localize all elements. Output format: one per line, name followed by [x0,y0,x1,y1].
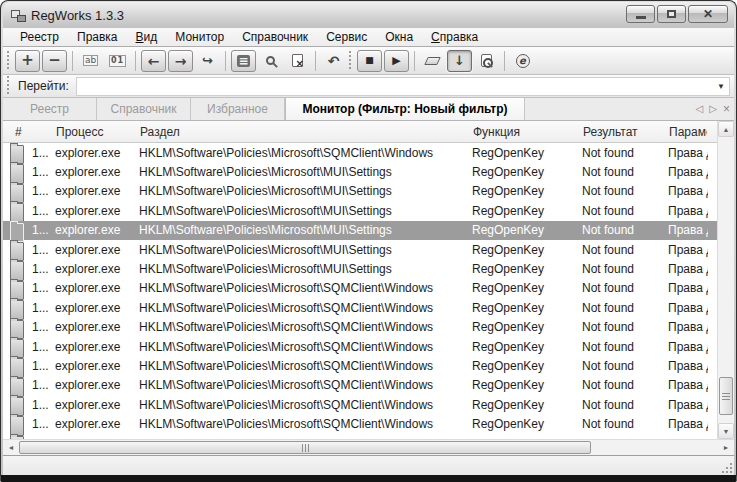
table-cell: Not found [582,240,634,259]
table-row[interactable]: 1...explorer.exeHKLM\Software\Policies\M… [3,356,734,375]
toolbar-separator [135,51,136,71]
table-cell: 1... [32,318,49,337]
menu-item[interactable]: Правка [68,29,127,45]
table-row[interactable]: 1...explorer.exeHKLM\Software\Policies\M… [3,298,734,317]
minimize-button[interactable] [626,5,655,23]
goto-combobox[interactable]: ▼ [76,77,730,96]
toolbar-separator [72,51,73,71]
doc-magnifier-icon [481,54,492,67]
table-row[interactable]: 1...explorer.exeHKLM\Software\Policies\M… [3,318,734,337]
column-header[interactable]: Функция [473,121,520,142]
play-icon: ▶ [392,55,400,66]
tab-item[interactable]: Справочник [97,98,191,120]
web-button[interactable]: e [510,50,535,72]
tab-item[interactable]: Реестр [3,98,97,120]
search-button[interactable] [258,50,283,72]
scroll-down-icon[interactable]: ▼ [718,423,734,439]
table-cell: Права доступа [668,201,708,220]
table-row[interactable]: 1...explorer.exeHKLM\Software\Policies\M… [3,162,734,181]
autoscroll-button[interactable]: ↓ [447,50,472,72]
table-cell: Права доступа [668,395,708,414]
menu-item[interactable]: Окна [376,29,422,45]
table-row[interactable]: 1...explorer.exeHKLM\Software\Policies\M… [3,279,734,298]
restore-button[interactable] [657,5,686,23]
rename-ab-icon: ab [83,55,98,66]
table-cell: explorer.exe [55,298,120,317]
add-key-button[interactable]: + [15,50,40,72]
minus-icon: − [48,53,61,68]
table-cell: 1... [32,356,49,375]
table-cell: Права доступа [668,337,708,356]
column-header[interactable]: Параметры [669,121,707,142]
vertical-scroll-thumb[interactable] [719,377,733,415]
delete-value-button[interactable] [285,50,310,72]
filter-button[interactable] [474,50,499,72]
table-row[interactable]: 1...explorer.exeHKLM\Software\Policies\M… [3,414,734,433]
tab-monitor-active[interactable]: Монитор (Фильтр: Новый фильтр) [285,98,525,120]
scroll-left-icon[interactable]: ◄ [3,440,19,455]
folder-jump-icon: ↪ [202,54,213,67]
column-header[interactable]: Раздел [140,121,180,142]
menu-item[interactable]: Справка [422,29,487,45]
clear-log-button[interactable] [420,50,445,72]
arrow-left-icon: ← [148,54,160,68]
table-row[interactable]: 1...explorer.exeHKLM\Software\Policies\M… [3,259,734,278]
table-row[interactable]: 1...explorer.exeHKLM\Software\Policies\M… [3,201,734,220]
table-row[interactable]: 1...explorer.exeHKLM\Software\Policies\M… [3,376,734,395]
doc-x-icon [292,54,303,67]
table-cell: HKLM\Software\Policies\Microsoft\SQMClie… [139,376,433,395]
menu-item[interactable]: Монитор [166,29,233,45]
table-row[interactable]: 1...explorer.exeHKLM\Software\Policies\M… [3,240,734,259]
menu-item[interactable]: Реестр [11,29,68,45]
table-cell: explorer.exe [55,376,120,395]
table-row[interactable]: 1...explorer.exeHKLM\Software\Policies\M… [3,221,734,240]
menu-item[interactable]: Вид [127,29,167,45]
table-cell: explorer.exe [55,414,120,433]
column-header[interactable]: Процесс [56,121,103,142]
tab-scroll-right-icon[interactable]: ▷ [709,104,717,114]
delete-key-button[interactable]: − [42,50,67,72]
undo-button[interactable]: ↶ [321,50,346,72]
open-folder-button[interactable]: ↪ [195,50,220,72]
menu-item[interactable]: Сервис [317,29,376,45]
scroll-right-icon[interactable]: ► [718,440,734,455]
resize-grip[interactable] [722,463,732,473]
close-button[interactable]: ✕ [688,5,728,23]
horizontal-scrollbar[interactable]: ◄ ► [3,439,734,455]
table-cell: Not found [582,259,634,278]
table-row[interactable]: 1...explorer.exeHKLM\Software\Policies\M… [3,395,734,414]
table-cell: RegOpenKey [472,414,544,433]
vertical-scrollbar[interactable]: ▲ ▼ [717,121,734,439]
toolbar-gripper[interactable] [348,51,353,71]
column-header[interactable]: # [15,121,22,142]
tab-close-icon[interactable]: × [723,103,730,115]
start-monitor-button[interactable]: ▶ [384,50,409,72]
forward-button[interactable]: → [168,50,193,72]
dropdown-arrow-icon[interactable]: ▼ [713,82,729,91]
toolbar-gripper[interactable] [6,76,11,96]
stop-monitor-button[interactable]: ■ [357,50,382,72]
back-button[interactable]: ← [141,50,166,72]
table-cell: 1... [32,298,49,317]
toolbar-gripper[interactable] [6,51,11,71]
table-cell: HKLM\Software\Policies\Microsoft\SQMClie… [139,414,433,433]
rename-button[interactable]: ab [78,50,103,72]
values-list-button[interactable]: ≡ [231,50,256,72]
table-row[interactable]: 1...explorer.exeHKLM\Software\Policies\M… [3,182,734,201]
scroll-up-icon[interactable]: ▲ [718,121,734,137]
table-row[interactable]: 1...explorer.exeHKLM\Software\Policies\M… [3,143,734,162]
tab-item[interactable]: Избранное [191,98,285,120]
table-cell: Not found [582,162,634,181]
table-cell: HKLM\Software\Policies\Microsoft\SQMClie… [139,318,433,337]
tab-scroll-left-icon[interactable]: ◁ [696,104,704,114]
horizontal-scroll-thumb[interactable] [19,441,591,454]
table-row[interactable]: 1...explorer.exeHKLM\Software\Policies\M… [3,337,734,356]
table-cell: Права доступа [668,259,708,278]
binary-view-button[interactable]: 01 [105,50,130,72]
grid-body: 1...explorer.exeHKLM\Software\Policies\M… [3,143,734,439]
regworks-window: RegWorks 1.3.3 ✕ РеестрПравкаВидМониторС… [0,0,737,482]
title-bar[interactable]: RegWorks 1.3.3 ✕ [3,2,734,28]
column-header[interactable]: Результат [583,121,638,142]
menu-item[interactable]: Справочник [233,29,317,45]
table-cell: RegOpenKey [472,279,544,298]
